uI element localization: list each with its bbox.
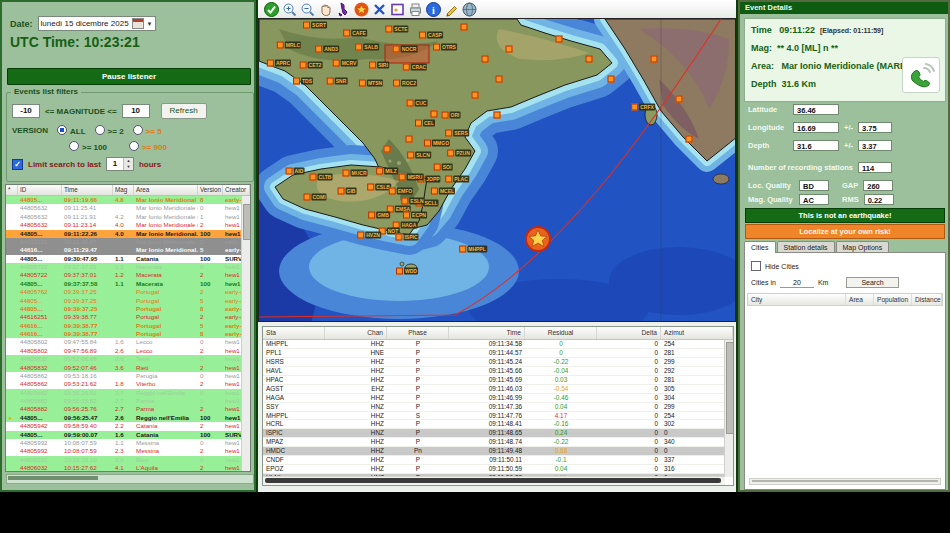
version-option-2[interactable]: >= 2 <box>95 125 124 136</box>
event-row[interactable]: 44616...09:11:29.47Mar Ionio Meridional.… <box>6 246 242 254</box>
map-station-marker[interactable]: CAFE <box>343 30 367 37</box>
radio-icon[interactable] <box>133 125 143 135</box>
map-station-marker[interactable] <box>608 76 615 83</box>
map-station-marker[interactable]: SIRI <box>369 62 389 69</box>
close-x-icon[interactable] <box>372 2 387 17</box>
event-row[interactable]: ►44805...09:11:22.264.0Mar Ionio Meridio… <box>6 230 242 238</box>
stepper-down-icon[interactable]: ▼ <box>124 164 133 170</box>
event-row[interactable]: 44805...09:59:00.071.6Catania100SURVEY-I… <box>6 431 242 439</box>
station-pick-row[interactable]: SSYHNZP09:11:47.360.040299 <box>263 403 725 412</box>
station-pick-row[interactable]: PPL1HNEP09:11:44.5700281 <box>263 349 725 358</box>
event-row[interactable]: 4480594209:58:59.402.2Catania2hew1 <box>6 422 242 430</box>
map-station-marker[interactable]: ECPN <box>403 212 427 219</box>
map-station-marker[interactable]: COMI <box>303 194 326 201</box>
map-station-marker[interactable]: ESLN <box>401 198 424 205</box>
station-pick-row[interactable]: HPACHHZP09:11:45.690.030281 <box>263 376 725 385</box>
map-station-marker[interactable]: WDD <box>396 268 418 275</box>
map-station-marker[interactable] <box>384 146 391 153</box>
event-row[interactable]: 4480603210:15:26.102.0Rieti0hew1 <box>6 456 242 464</box>
map-station-marker[interactable]: EMFO <box>389 188 413 195</box>
limit-search-checkbox[interactable]: ✓ <box>12 159 23 170</box>
station-pick-row[interactable]: ISPICHNZP09:11:48.650.2400 <box>263 429 725 438</box>
radio-icon[interactable] <box>57 125 67 135</box>
depth-field[interactable]: 31.6 <box>793 140 839 151</box>
event-row[interactable]: 4480563209:11:25.41Mar Ionio Meridionale… <box>6 204 242 212</box>
event-row[interactable]: 4480563209:11:23.144.0Mar Ionio Meridion… <box>6 221 242 229</box>
event-row[interactable]: 4480583209:52:08.683.8Terni0hew1 <box>6 355 242 363</box>
event-row[interactable]: 4480588209:56:25.912.7Reggio nell'Emilia… <box>6 389 242 397</box>
map-station-marker[interactable] <box>686 136 693 143</box>
chevron-down-icon[interactable]: ▼ <box>147 21 153 27</box>
map-station-marker[interactable]: CET2 <box>300 62 323 69</box>
station-pick-row[interactable]: HCRLHHZP09:11:48.41-0.160302 <box>263 420 725 429</box>
map-station-marker[interactable]: AIO <box>286 168 305 175</box>
event-row[interactable]: 4480583209:52:07.463.6Rieti2hew1 <box>6 364 242 372</box>
map-station-marker[interactable]: NOCR <box>393 46 418 53</box>
map-station-marker[interactable]: GIB <box>338 188 357 195</box>
event-row[interactable]: 44805...09:39:37.25Portugal8early-est_ee… <box>6 305 242 313</box>
station-pick-row[interactable]: AGSTEHZP09:11:46.03-0.540305 <box>263 385 725 394</box>
station-pick-row[interactable]: MPAZHHZP09:11:48.74-0.220340 <box>263 438 725 447</box>
map-station-marker[interactable]: CRAC <box>403 64 427 71</box>
magnitude-min-input[interactable]: -10 <box>12 104 40 118</box>
station-pick-row[interactable]: MHPPLHHZP09:11:34.5800254 <box>263 340 725 349</box>
magnitude-max-input[interactable]: 10 <box>122 104 150 118</box>
version-option-100[interactable]: >= 100 <box>69 141 107 152</box>
map-station-marker[interactable]: HVZN <box>357 232 381 239</box>
zoom-out-icon[interactable] <box>300 2 315 17</box>
italy-icon[interactable] <box>336 2 351 17</box>
map-station-marker[interactable]: MRLC <box>277 42 301 49</box>
stations-table-header[interactable]: Sta Chan Phase Time Residual Delta Azimu… <box>263 327 733 340</box>
radio-icon[interactable] <box>95 125 105 135</box>
map-station-marker[interactable] <box>472 92 479 99</box>
map-station-marker[interactable]: MSRU <box>399 174 424 181</box>
station-pick-row[interactable]: HSRSHHZP09:11:45.24-0.220299 <box>263 358 725 367</box>
event-row[interactable]: 4480599210:08:07.591.1Messina0hew1 <box>6 439 242 447</box>
confirm-icon[interactable] <box>264 2 279 17</box>
event-row[interactable]: 44805...09:11:19.664.8Mar Ionio Meridion… <box>6 196 242 204</box>
event-row[interactable]: 4480576209:39:37.25Portugal2early-est_ee… <box>6 288 242 296</box>
globe-icon[interactable] <box>462 2 477 17</box>
map-station-marker[interactable]: CASP <box>419 32 443 39</box>
event-row[interactable]: 4461612109:11:29.47Mar Ionio Meridionale… <box>6 238 242 246</box>
map-station-marker[interactable] <box>482 56 489 63</box>
station-pick-row[interactable]: EPOZHHZP09:11:50.590.040316 <box>263 465 725 474</box>
map-station-marker[interactable]: MCEL <box>431 188 455 195</box>
map-station-marker[interactable] <box>651 56 658 63</box>
stations-count-field[interactable]: 114 <box>858 162 892 173</box>
event-row[interactable]: 4480586209:53:21.621.8Viterbo2hew1 <box>6 380 242 388</box>
zoom-in-icon[interactable] <box>282 2 297 17</box>
map-station-marker[interactable]: CLTB <box>310 174 333 181</box>
event-row[interactable]: 44616...09:39:38.77Portugal5early-est_ee… <box>6 322 242 330</box>
event-row[interactable]: 44805...09:37:37.581.1Macerata100hew1 <box>6 280 242 288</box>
map-station-marker[interactable]: ROC2 <box>393 80 417 87</box>
map-station-marker[interactable] <box>406 136 413 143</box>
longitude-field[interactable]: 16.69 <box>793 122 839 133</box>
map[interactable]: SGRTCAFESCTECASPMRLCAND3SALBNOCROTRSAPRC… <box>258 18 736 322</box>
map-station-marker[interactable]: CEL <box>415 120 435 127</box>
pan-hand-icon[interactable] <box>318 2 333 17</box>
events-table-hscrollbar[interactable] <box>6 474 254 484</box>
station-pick-row[interactable]: HAGAHHZP09:11:46.99-0.460304 <box>263 394 725 403</box>
map-station-marker[interactable]: TDS <box>293 78 313 85</box>
event-row[interactable]: ►44805...09:56:25.472.6Reggio nell'Emili… <box>6 414 242 422</box>
snapshot-icon[interactable] <box>390 2 405 17</box>
longitude-error-field[interactable]: 3.75 <box>858 122 892 133</box>
depth-error-field[interactable]: 3.37 <box>858 140 892 151</box>
event-row[interactable]: 4480599210:08:07.592.3Messina2hew1 <box>6 447 242 455</box>
cities-table-header[interactable]: City Area Population Distance <box>747 293 943 306</box>
map-station-marker[interactable]: CUC <box>407 100 428 107</box>
hide-cities-checkbox[interactable] <box>751 261 761 271</box>
date-picker[interactable]: lunedì 15 dicembre 2025 ▼ <box>38 16 156 31</box>
version-option-900[interactable]: >= 900 <box>129 141 167 152</box>
event-row[interactable]: 4480586209:53:18.16Perugia0hew1 <box>6 372 242 380</box>
map-station-marker[interactable] <box>494 112 501 119</box>
map-station-marker[interactable]: MCRV <box>333 60 358 67</box>
stations-table-scrollbar[interactable] <box>724 340 733 477</box>
event-row[interactable]: 4480588209:56:25.762.7Parma2hew1 <box>6 405 242 413</box>
map-station-marker[interactable] <box>506 46 513 53</box>
map-station-marker[interactable]: PZUN <box>447 150 471 157</box>
event-row[interactable]: 4480572209:37:37.011.2Macerata2hew1 <box>6 271 242 279</box>
call-button[interactable] <box>902 57 940 93</box>
map-station-marker[interactable]: APRC <box>267 60 291 67</box>
